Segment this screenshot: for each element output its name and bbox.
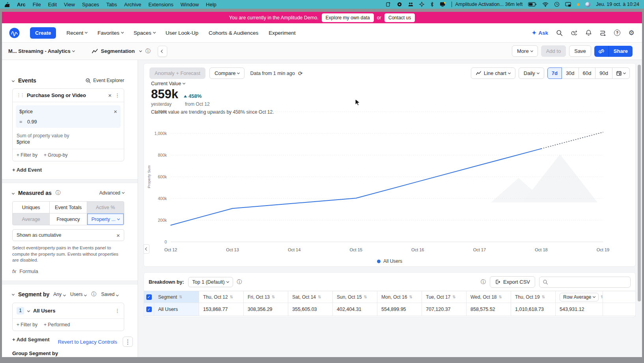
scrollbar-thumb[interactable]: [638, 65, 641, 301]
filter-value[interactable]: 0.99: [27, 119, 37, 125]
add-filter-link[interactable]: + Filter by: [17, 152, 37, 158]
measure-property-sum[interactable]: Property ...: [87, 213, 124, 225]
range-60d-button[interactable]: 60d: [579, 67, 596, 79]
menubar-item-spaces[interactable]: Spaces: [82, 2, 99, 7]
sort-icon[interactable]: ⇅: [452, 295, 455, 299]
segment-any-dropdown[interactable]: Any: [53, 292, 65, 297]
menubar-item-tabs[interactable]: Tabs: [106, 2, 117, 7]
more-button[interactable]: More: [512, 45, 538, 57]
row-average-dropdown[interactable]: Row Average: [560, 293, 599, 301]
range-90d-button[interactable]: 90d: [595, 67, 612, 79]
sum-property-name[interactable]: $price: [13, 139, 124, 149]
export-csv-button[interactable]: Export CSV: [490, 276, 535, 288]
custom-date-button[interactable]: [612, 67, 630, 79]
col-header-segment[interactable]: Segment: [158, 294, 177, 300]
measure-average[interactable]: Average: [13, 213, 49, 225]
measure-frequency[interactable]: Frequency: [50, 213, 86, 225]
range-7d-button[interactable]: 7d: [547, 67, 562, 79]
row-checkbox[interactable]: ✓: [146, 307, 152, 312]
col-header-oct12[interactable]: Thu, Oct 12: [203, 294, 228, 300]
nav-item-recent[interactable]: Recent: [66, 30, 87, 36]
col-header-oct16[interactable]: Mon, Oct 16: [381, 294, 407, 300]
sidebar-footer-kebab[interactable]: ⋮: [123, 337, 133, 347]
table-search-input[interactable]: [551, 279, 627, 285]
contact-us-button[interactable]: Contact us: [385, 13, 415, 22]
record-status-icon[interactable]: [397, 2, 402, 7]
info-icon[interactable]: ⓘ: [146, 48, 151, 55]
segment-performed-link[interactable]: + Performed: [44, 322, 70, 327]
add-to-button[interactable]: Add to: [541, 45, 566, 57]
nav-item-favorites[interactable]: Favorites: [97, 30, 123, 36]
remove-filter-button[interactable]: ×: [114, 109, 117, 114]
drag-handle-icon[interactable]: ⋮⋮: [17, 93, 24, 98]
refresh-icon[interactable]: ⟳: [298, 70, 303, 77]
ask-ai-button[interactable]: ✦Ask: [532, 30, 549, 36]
col-header-oct18[interactable]: Wed, Oct 18: [470, 294, 497, 300]
segment-saved-dropdown[interactable]: Saved: [101, 292, 118, 297]
share-button[interactable]: Share: [609, 46, 633, 57]
chart-type-button[interactable]: Line chart: [471, 67, 515, 79]
event-explorer-link[interactable]: Event Explorer: [86, 78, 124, 83]
col-header-oct15[interactable]: Sun, Oct 15: [337, 294, 362, 300]
nav-item-experiment[interactable]: Experiment: [269, 30, 295, 36]
apple-menu-icon[interactable]: [5, 2, 10, 7]
info-icon[interactable]: ⓘ: [56, 189, 61, 196]
remove-cumulative-button[interactable]: ×: [116, 232, 120, 238]
menubar-item-edit[interactable]: Edit: [48, 2, 57, 7]
chart-view-selector[interactable]: Segmentation: [92, 48, 142, 54]
collapse-segment-chevron[interactable]: [12, 293, 15, 296]
sort-icon[interactable]: ⇅: [230, 295, 233, 299]
copy-link-button[interactable]: [594, 46, 609, 57]
add-event-button[interactable]: + Add Event: [12, 167, 124, 173]
pencil-status-icon[interactable]: [386, 2, 391, 7]
col-header-oct17[interactable]: Tue, Oct 17: [426, 294, 450, 300]
sort-icon[interactable]: ⇅: [272, 295, 275, 299]
advanced-dropdown[interactable]: Advanced: [99, 190, 124, 196]
wifi-icon[interactable]: [542, 2, 549, 7]
compare-button[interactable]: Compare: [209, 67, 245, 79]
chart-legend[interactable]: All Users: [144, 258, 635, 264]
focus-timer-status[interactable]: Amplitude Activation... 36m left: [452, 2, 523, 7]
menubar-item-window[interactable]: Window: [181, 2, 199, 7]
col-header-oct14[interactable]: Sat, Oct 14: [292, 294, 316, 300]
measure-active-pct[interactable]: Active %: [87, 202, 124, 213]
create-button[interactable]: Create: [30, 27, 56, 39]
display-status-icon[interactable]: [440, 2, 446, 7]
measure-uniques[interactable]: Uniques: [13, 202, 49, 213]
search-icon[interactable]: [556, 29, 563, 36]
notifications-bell-icon[interactable]: [585, 29, 592, 36]
segment-cell[interactable]: All Users: [158, 307, 178, 312]
add-groupby-link[interactable]: + Group-by: [44, 152, 67, 158]
people-status-icon[interactable]: [408, 2, 414, 7]
nav-item-spaces[interactable]: Spaces: [134, 30, 155, 36]
metric-selector[interactable]: Current Value: [151, 81, 274, 86]
segment-options-kebab[interactable]: ⋮: [115, 308, 120, 314]
menubar-item-archive[interactable]: Archive: [124, 2, 141, 7]
save-button[interactable]: Save: [569, 45, 591, 57]
segment-users-dropdown[interactable]: Users: [70, 292, 86, 297]
select-all-checkbox[interactable]: ✓: [146, 294, 152, 300]
sort-icon[interactable]: ⇅: [542, 295, 545, 299]
event-options-kebab[interactable]: ⋮: [115, 92, 120, 98]
segment-add-filter-link[interactable]: + Filter by: [17, 322, 37, 327]
sort-icon[interactable]: ⇅: [409, 295, 412, 299]
menubar-app-name[interactable]: Arc: [17, 2, 26, 7]
info-icon[interactable]: ⓘ: [481, 279, 486, 286]
range-30d-button[interactable]: 30d: [562, 67, 579, 79]
filter-property-name[interactable]: $price: [19, 109, 33, 114]
formula-button[interactable]: fx Formula: [12, 268, 124, 274]
info-icon[interactable]: ⓘ: [91, 291, 96, 298]
screen-mirroring-icon[interactable]: [565, 2, 571, 7]
anomaly-forecast-button[interactable]: Anomaly + Forecast: [149, 67, 205, 79]
bluetooth-icon[interactable]: [430, 2, 434, 7]
chevron-down-icon[interactable]: [27, 309, 30, 312]
menubar-clock[interactable]: Jeu. 19 oct. à 10:24: [596, 2, 639, 7]
revert-legacy-link[interactable]: Revert to Legacy Controls: [58, 339, 117, 345]
collapse-measured-chevron[interactable]: [12, 191, 15, 194]
workspace-breadcrumb[interactable]: M... Streaming - Analytics: [8, 48, 75, 54]
event-name[interactable]: Purchase Song or Video: [27, 92, 105, 98]
col-header-oct13[interactable]: Fri, Oct 13: [248, 294, 270, 300]
menubar-item-file[interactable]: File: [33, 2, 41, 7]
granularity-button[interactable]: Daily: [519, 67, 544, 79]
filter-operator[interactable]: =: [19, 119, 27, 125]
